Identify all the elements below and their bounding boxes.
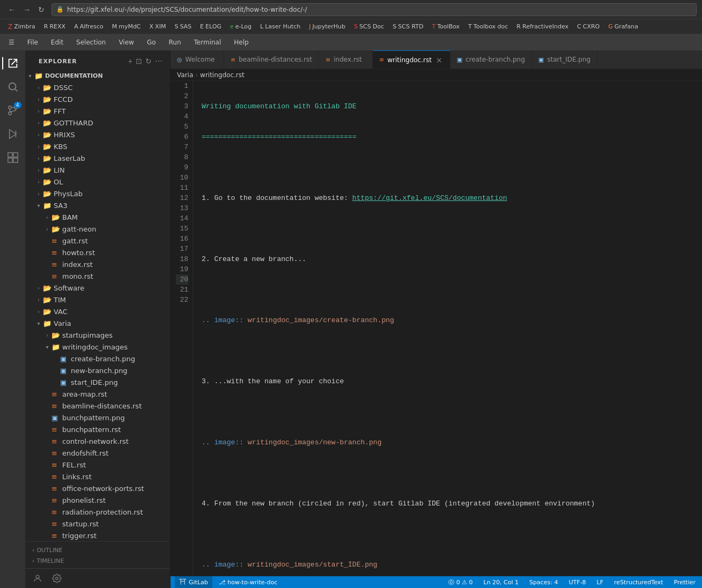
bookmark-xim[interactable]: X XIM	[146, 22, 170, 31]
menu-help[interactable]: Help	[232, 38, 250, 47]
branch-status[interactable]: ⎇ how-to-write-doc	[217, 579, 279, 586]
account-icon[interactable]	[30, 571, 45, 586]
tree-item-startup-rst[interactable]: ≡ startup.rst	[26, 518, 170, 530]
tree-item-varia[interactable]: ▾ 📁 Varia	[26, 317, 170, 329]
tree-item-radiation-protection-rst[interactable]: ≡ radiation-protection.rst	[26, 506, 170, 518]
menu-edit[interactable]: Edit	[49, 38, 65, 47]
tree-item-start-ide-png[interactable]: ▣ start_IDE.png	[26, 376, 170, 388]
menu-go[interactable]: Go	[145, 38, 158, 47]
tree-item-office-network-ports-rst[interactable]: ≡ office-network-ports.rst	[26, 482, 170, 494]
tree-item-fft[interactable]: › 📂 FFT	[26, 105, 170, 117]
tree-item-hrixs[interactable]: › 📂 HRIXS	[26, 129, 170, 140]
bookmark-toolboxdoc[interactable]: T Toolbox doc	[464, 22, 512, 31]
errors-status[interactable]: ⓪ 0 ⚠ 0	[446, 578, 475, 586]
tree-item-gatt-neon[interactable]: › 📂 gatt-neon	[26, 223, 170, 235]
extensions-activity-icon[interactable]	[2, 147, 24, 168]
tree-item-create-branch-png[interactable]: ▣ create-branch.png	[26, 353, 170, 364]
refresh-button[interactable]: ↻	[144, 56, 153, 66]
menu-file[interactable]: File	[25, 38, 40, 47]
tree-item-fel-rst[interactable]: ≡ FEL.rst	[26, 459, 170, 471]
tab-start-ide-png[interactable]: ▣ start_IDE.png	[532, 50, 597, 69]
new-folder-button[interactable]: ⊡	[135, 56, 143, 66]
gitlab-status-button[interactable]: ⛩ GitLab	[175, 576, 212, 588]
tree-item-software[interactable]: › 📂 Software	[26, 282, 170, 294]
tree-item-area-map-rst[interactable]: ≡ area-map.rst	[26, 388, 170, 400]
bookmark-scsdoc[interactable]: S SCS Doc	[350, 22, 388, 31]
code-editor[interactable]: 1 2 3 4 5 6 7 8 9 10 11 12 13 14 15 16 1	[171, 81, 702, 576]
tree-item-bunchpattern-rst[interactable]: ≡ bunchpattern.rst	[26, 423, 170, 435]
bookmark-toolbox[interactable]: T ToolBox	[428, 22, 464, 31]
spaces-status[interactable]: Spaces: 4	[527, 579, 560, 586]
tab-create-branch-png[interactable]: ▣ create-branch.png	[450, 50, 532, 69]
timeline-section[interactable]: › TIMELINE	[32, 555, 164, 566]
breadcrumb-writingdoc[interactable]: writingdoc.rst	[200, 71, 245, 79]
code-content[interactable]: Writing documentation with Gitlab IDE ==…	[193, 81, 702, 576]
tree-item-laserlab[interactable]: › 📂 LaserLab	[26, 152, 170, 164]
tree-item-dssc[interactable]: › 📂 DSSC	[26, 81, 170, 93]
source-control-activity-icon[interactable]: 4	[2, 100, 24, 121]
bookmark-laserhutch[interactable]: L Laser Hutch	[256, 22, 304, 31]
formatter-status[interactable]: Prettier	[672, 579, 698, 586]
hamburger-menu[interactable]: ☰	[6, 38, 17, 47]
menu-view[interactable]: View	[116, 38, 136, 47]
tree-item-ol[interactable]: › 📂 OL	[26, 176, 170, 188]
bookmark-elog[interactable]: E ELOG	[196, 22, 225, 31]
tree-item-writingdoc-images[interactable]: ▾ 📁 writingdoc_images	[26, 341, 170, 353]
back-button[interactable]: ←	[5, 4, 18, 15]
tree-item-howto-rst[interactable]: ≡ howto.rst	[26, 247, 170, 258]
run-activity-icon[interactable]	[2, 123, 24, 145]
bookmark-zimbra[interactable]: Z Zimbra	[4, 22, 39, 32]
bookmark-jupyterhub[interactable]: J JupyterHub	[305, 22, 349, 31]
tree-item-sa3[interactable]: ▾ 📁 SA3	[26, 199, 170, 211]
tree-item-lin[interactable]: › 📂 LIN	[26, 164, 170, 176]
tree-item-phonelist-rst[interactable]: ≡ phonelist.rst	[26, 494, 170, 506]
menu-selection[interactable]: Selection	[74, 38, 108, 47]
language-mode-status[interactable]: reStructuredText	[612, 579, 665, 586]
search-activity-icon[interactable]	[2, 76, 24, 98]
bookmark-mymdc[interactable]: M myMdC	[108, 22, 145, 31]
tree-item-startupimages[interactable]: › 📂 startupimages	[26, 329, 170, 341]
settings-icon[interactable]	[49, 571, 64, 586]
bookmark-elog2[interactable]: e e-Log	[226, 22, 255, 31]
tree-item-bam[interactable]: › 📂 BAM	[26, 211, 170, 223]
forward-button[interactable]: →	[20, 4, 33, 15]
explorer-activity-icon[interactable]	[2, 53, 24, 74]
tree-item-beamline-distances-rst[interactable]: ≡ beamline-distances.rst	[26, 400, 170, 412]
bookmark-grafana[interactable]: G Grafana	[604, 22, 642, 31]
tree-item-vac[interactable]: › 📂 VAC	[26, 306, 170, 317]
tree-item-tim[interactable]: › 📂 TIM	[26, 294, 170, 306]
outline-section[interactable]: › OUTLINE	[32, 545, 164, 555]
bookmark-alfresco[interactable]: A Alfresco	[70, 22, 107, 31]
address-bar[interactable]: 🔒 https://git.xfel.eu/-/ide/project/SCS/…	[51, 3, 697, 16]
new-file-button[interactable]: +	[127, 56, 134, 66]
tab-index-rst[interactable]: ≡ index.rst	[319, 50, 373, 69]
bookmark-refractiveindex[interactable]: R RefractiveIndex	[513, 22, 572, 31]
bookmark-sas[interactable]: S SAS	[171, 22, 195, 31]
tree-item-fccd[interactable]: › 📂 FCCD	[26, 93, 170, 105]
tab-beamline-distances[interactable]: ≡ beamline-distances.rst	[224, 50, 319, 69]
bookmark-rexx[interactable]: R REXX	[40, 22, 69, 31]
tree-item-endofshift-rst[interactable]: ≡ endofshift.rst	[26, 447, 170, 459]
tree-item-gatt-rst[interactable]: ≡ gatt.rst	[26, 235, 170, 247]
tree-item-gotthard[interactable]: › 📂 GOTTHARD	[26, 117, 170, 129]
collapse-all-button[interactable]: ⋯	[154, 56, 164, 66]
breadcrumb-varia[interactable]: Varia	[177, 71, 193, 79]
tree-item-kbs[interactable]: › 📂 KBS	[26, 140, 170, 152]
line-ending-status[interactable]: LF	[595, 579, 605, 586]
tree-item-bunchpattern-png[interactable]: ▣ bunchpattern.png	[26, 412, 170, 423]
tree-item-links-rst[interactable]: ≡ Links.rst	[26, 471, 170, 482]
line-col-status[interactable]: Ln 20, Col 1	[482, 579, 521, 586]
menu-run[interactable]: Run	[167, 38, 183, 47]
tab-welcome[interactable]: ◎ Welcome	[171, 50, 224, 69]
tree-item-new-branch-png[interactable]: ▣ new-branch.png	[26, 364, 170, 376]
bookmark-scsrtd[interactable]: S SCS RTD	[389, 22, 427, 31]
tree-item-physlab[interactable]: › 📂 PhysLab	[26, 188, 170, 199]
bookmark-cxro[interactable]: C CXRO	[573, 22, 603, 31]
tree-item-control-network-rst[interactable]: ≡ control-network.rst	[26, 435, 170, 447]
tree-item-index-rst[interactable]: ≡ index.rst	[26, 258, 170, 270]
tree-item-mono-rst[interactable]: ≡ mono.rst	[26, 270, 170, 282]
root-folder[interactable]: ▾ 📁 DOCUMENTATION	[26, 70, 170, 81]
encoding-status[interactable]: UTF-8	[567, 579, 588, 586]
tab-writingdoc-rst[interactable]: ≡ writingdoc.rst ×	[373, 50, 450, 69]
reload-button[interactable]: ↻	[35, 4, 47, 15]
